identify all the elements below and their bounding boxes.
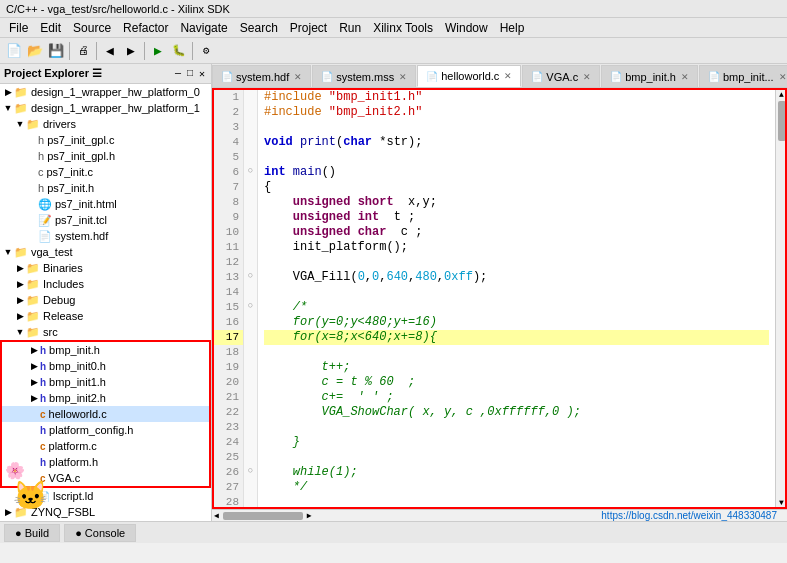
folder-icon: 📁 — [26, 262, 40, 275]
panel-maximize-btn[interactable]: □ — [185, 68, 195, 80]
tree-item-binaries[interactable]: ▶ 📁 Binaries — [0, 260, 211, 276]
settings-btn[interactable]: ⚙ — [196, 41, 216, 61]
expand-icon: ▼ — [2, 103, 14, 113]
item-label: drivers — [43, 118, 76, 130]
menu-window[interactable]: Window — [440, 20, 493, 36]
line-num-6: 6 — [212, 165, 243, 180]
tab-close-icon[interactable]: ✕ — [583, 72, 591, 82]
tree-item-bmp-init1-h[interactable]: ▶ h bmp_init1.h — [2, 374, 209, 390]
tree-item-platform-config-h[interactable]: h platform_config.h — [2, 422, 209, 438]
tree-item-src[interactable]: ▼ 📁 src — [0, 324, 211, 340]
tab-label: VGA.c — [546, 71, 578, 83]
tab-bmp-init-h[interactable]: 📄 bmp_init.h ✕ — [601, 65, 698, 87]
tree-item-ps7-tcl[interactable]: 📝 ps7_init.tcl — [0, 212, 211, 228]
run-btn[interactable]: ▶ — [148, 41, 168, 61]
bottom-tab-build[interactable]: ● Build — [4, 524, 60, 542]
tree-item-design1[interactable]: ▼ 📁 design_1_wrapper_hw_platform_1 — [0, 100, 211, 116]
expand-icon: ▶ — [14, 279, 26, 289]
scroll-thumb[interactable] — [778, 101, 786, 141]
tab-system-mss[interactable]: 📄 system.mss ✕ — [312, 65, 416, 87]
print-btn[interactable]: 🖨 — [73, 41, 93, 61]
tab-helloworld-c[interactable]: 📄 helloworld.c ✕ — [417, 65, 521, 87]
tree-item-platform-c[interactable]: c platform.c — [2, 438, 209, 454]
folder-icon: 📁 — [14, 246, 28, 259]
gutter-fold-13[interactable]: ○ — [244, 268, 257, 283]
tree-item-ps7-c[interactable]: c ps7_init.c — [0, 164, 211, 180]
tree-item-release[interactable]: ▶ 📁 Release — [0, 308, 211, 324]
tree-item-includes[interactable]: ▶ 📁 Includes — [0, 276, 211, 292]
tab-icon: 📄 — [610, 71, 622, 82]
folder-icon: 📁 — [26, 326, 40, 339]
save-btn[interactable]: 💾 — [46, 41, 66, 61]
forward-btn[interactable]: ▶ — [121, 41, 141, 61]
menu-edit[interactable]: Edit — [35, 20, 66, 36]
tree-item-ps7-h[interactable]: h ps7_init.h — [0, 180, 211, 196]
file-icon: h — [40, 393, 46, 404]
gutter-fold-29[interactable]: ○ — [244, 463, 257, 478]
code-line-18 — [264, 345, 769, 360]
panel-close-btn[interactable]: ✕ — [197, 68, 207, 80]
back-btn[interactable]: ◀ — [100, 41, 120, 61]
tab-close-icon[interactable]: ✕ — [779, 72, 787, 82]
code-line-17: for(x=8;x<640;x+=8){ — [264, 330, 769, 345]
tree-item-ps7-html[interactable]: 🌐 ps7_init.html — [0, 196, 211, 212]
tab-label: system.mss — [336, 71, 394, 83]
tree-item-debug[interactable]: ▶ 📁 Debug — [0, 292, 211, 308]
tab-vga-c[interactable]: 📄 VGA.c ✕ — [522, 65, 600, 87]
tree-item-ps7gpl-h[interactable]: h ps7_init_gpl.h — [0, 148, 211, 164]
vertical-scrollbar[interactable]: ▲ ▼ — [775, 88, 787, 509]
scroll-down-btn[interactable]: ▼ — [779, 498, 784, 507]
tab-icon: 📄 — [321, 71, 333, 82]
project-tree[interactable]: ▶ 📁 design_1_wrapper_hw_platform_0 ▼ 📁 d… — [0, 84, 211, 521]
panel-minimize-btn[interactable]: — — [173, 68, 183, 80]
tree-item-design0[interactable]: ▶ 📁 design_1_wrapper_hw_platform_0 — [0, 84, 211, 100]
tab-close-icon[interactable]: ✕ — [681, 72, 689, 82]
folder-icon: 📁 — [26, 294, 40, 307]
tab-bmp-init-extra[interactable]: 📄 bmp_init... ✕ — [699, 65, 787, 87]
tree-item-helloworld-c[interactable]: c helloworld.c — [2, 406, 209, 422]
flower-decoration: 🌸 — [5, 461, 25, 481]
tree-item-vga-test[interactable]: ▼ 📁 vga_test — [0, 244, 211, 260]
menu-source[interactable]: Source — [68, 20, 116, 36]
tab-label: bmp_init.h — [625, 71, 676, 83]
hscroll-thumb[interactable] — [223, 512, 303, 520]
menu-project[interactable]: Project — [285, 20, 332, 36]
menu-navigate[interactable]: Navigate — [175, 20, 232, 36]
tab-system-hdf[interactable]: 📄 system.hdf ✕ — [212, 65, 311, 87]
debug-btn[interactable]: 🐛 — [169, 41, 189, 61]
scroll-up-btn[interactable]: ▲ — [779, 90, 784, 99]
open-btn[interactable]: 📂 — [25, 41, 45, 61]
menu-refactor[interactable]: Refactor — [118, 20, 173, 36]
tree-item-platform-h[interactable]: h platform.h — [2, 454, 209, 470]
bottom-tab-console[interactable]: ● Console — [64, 524, 136, 542]
gutter-fold-6[interactable]: ○ — [244, 163, 257, 178]
tree-item-ps7gpl-c[interactable]: h ps7_init_gpl.c — [0, 132, 211, 148]
tree-item-bmp-init-h[interactable]: ▶ h bmp_init.h — [2, 342, 209, 358]
new-file-btn[interactable]: 📄 — [4, 41, 24, 61]
tab-close-icon[interactable]: ✕ — [504, 71, 512, 81]
tree-item-bmp-init0-h[interactable]: ▶ h bmp_init0.h — [2, 358, 209, 374]
menu-search[interactable]: Search — [235, 20, 283, 36]
tab-close-icon[interactable]: ✕ — [294, 72, 302, 82]
tree-item-drivers[interactable]: ▼ 📁 drivers — [0, 116, 211, 132]
item-label: platform_config.h — [49, 424, 133, 436]
line-num-5: 5 — [212, 150, 243, 165]
tree-item-system-hdf[interactable]: 📄 system.hdf — [0, 228, 211, 244]
hscroll-left-btn[interactable]: ◀ — [214, 511, 219, 520]
code-line-2: #include "bmp_init2.h" — [264, 105, 769, 120]
menu-help[interactable]: Help — [495, 20, 530, 36]
line-num-4: 4 — [212, 135, 243, 150]
menu-bar: File Edit Source Refactor Navigate Searc… — [0, 18, 787, 38]
toolbar: 📄 📂 💾 🖨 ◀ ▶ ▶ 🐛 ⚙ — [0, 38, 787, 64]
expand-icon: ▼ — [14, 119, 26, 129]
menu-xilinx[interactable]: Xilinx Tools — [368, 20, 438, 36]
item-label: Debug — [43, 294, 75, 306]
code-content[interactable]: #include "bmp_init1.h" #include "bmp_ini… — [258, 88, 775, 509]
gutter-fold-15[interactable]: ○ — [244, 298, 257, 313]
menu-file[interactable]: File — [4, 20, 33, 36]
horizontal-scrollbar[interactable]: ◀ ▶ https://blog.csdn.net/weixin_4483304… — [212, 509, 787, 521]
menu-run[interactable]: Run — [334, 20, 366, 36]
tree-item-bmp-init2-h[interactable]: ▶ h bmp_init2.h — [2, 390, 209, 406]
code-line-12 — [264, 255, 769, 270]
tab-close-icon[interactable]: ✕ — [399, 72, 407, 82]
